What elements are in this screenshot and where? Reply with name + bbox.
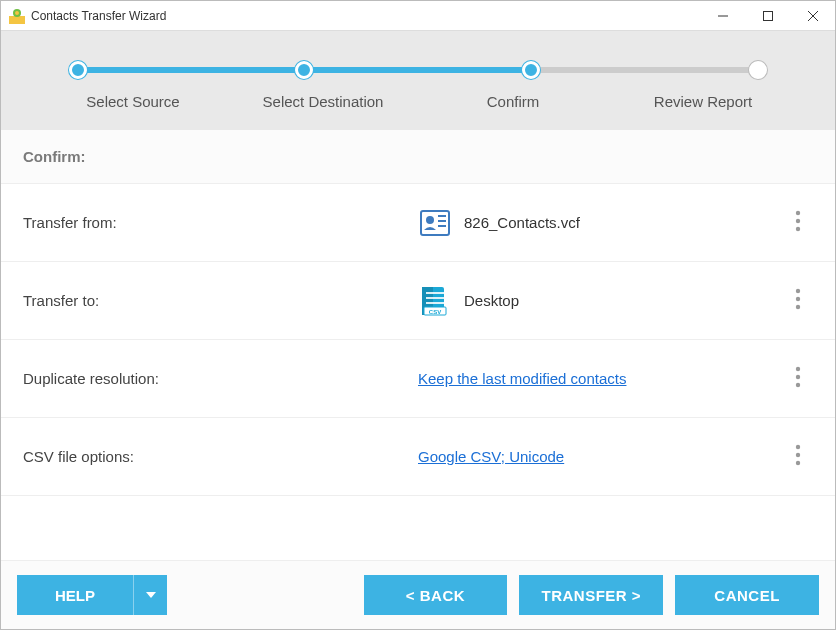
vcf-contact-icon	[418, 206, 452, 240]
svg-rect-0	[9, 16, 25, 24]
app-icon	[9, 8, 25, 24]
label-transfer-from: Transfer from:	[23, 214, 418, 231]
step-label-report: Review Report	[608, 93, 798, 110]
label-transfer-to: Transfer to:	[23, 292, 418, 309]
svg-point-13	[796, 219, 800, 223]
row-transfer-to: Transfer to: CSV Desktop	[1, 262, 835, 340]
svg-point-28	[796, 445, 800, 449]
value-transfer-to: Desktop	[464, 292, 519, 309]
svg-point-8	[426, 216, 434, 224]
row-csv-options: CSV file options: Google CSV; Unicode	[1, 418, 835, 496]
help-dropdown-button[interactable]	[133, 575, 167, 615]
cancel-button[interactable]: CANCEL	[675, 575, 819, 615]
label-duplicate-resolution: Duplicate resolution:	[23, 370, 418, 387]
svg-point-29	[796, 453, 800, 457]
svg-point-26	[796, 375, 800, 379]
svg-point-24	[796, 305, 800, 309]
svg-rect-7	[421, 211, 449, 235]
titlebar: Contacts Transfer Wizard	[1, 1, 835, 31]
section-header: Confirm:	[1, 130, 835, 184]
chevron-down-icon	[146, 592, 156, 598]
more-icon[interactable]	[795, 288, 801, 313]
label-csv-options: CSV file options:	[23, 448, 418, 465]
step-dot-destination	[295, 61, 313, 79]
step-label-confirm: Confirm	[418, 93, 608, 110]
stepper-track	[78, 61, 758, 79]
footer: HELP < BACK TRANSFER > CANCEL	[1, 560, 835, 629]
csv-file-icon: CSV	[418, 284, 452, 318]
svg-point-14	[796, 227, 800, 231]
svg-text:CSV: CSV	[429, 309, 441, 315]
svg-point-2	[15, 11, 19, 15]
help-button[interactable]: HELP	[17, 575, 133, 615]
svg-point-30	[796, 461, 800, 465]
more-icon[interactable]	[795, 366, 801, 391]
step-dot-confirm	[522, 61, 540, 79]
row-transfer-from: Transfer from: 826_Contacts.vcf	[1, 184, 835, 262]
value-transfer-from: 826_Contacts.vcf	[464, 214, 580, 231]
step-dot-report	[749, 61, 767, 79]
window-title: Contacts Transfer Wizard	[31, 9, 700, 23]
svg-rect-17	[426, 292, 444, 294]
maximize-button[interactable]	[745, 1, 790, 30]
link-csv-options[interactable]: Google CSV; Unicode	[418, 448, 564, 465]
more-icon[interactable]	[795, 444, 801, 469]
link-duplicate-resolution[interactable]: Keep the last modified contacts	[418, 370, 626, 387]
step-dot-source	[69, 61, 87, 79]
window-controls	[700, 1, 835, 30]
close-button[interactable]	[790, 1, 835, 30]
svg-point-23	[796, 297, 800, 301]
minimize-button[interactable]	[700, 1, 745, 30]
transfer-button[interactable]: TRANSFER >	[519, 575, 663, 615]
stepper-section: Select Source Select Destination Confirm…	[1, 31, 835, 130]
more-icon[interactable]	[795, 210, 801, 235]
svg-rect-19	[426, 302, 444, 304]
step-label-source: Select Source	[38, 93, 228, 110]
svg-rect-18	[426, 297, 444, 299]
row-duplicate-resolution: Duplicate resolution: Keep the last modi…	[1, 340, 835, 418]
help-button-split: HELP	[17, 575, 167, 615]
svg-rect-4	[763, 11, 772, 20]
svg-point-27	[796, 383, 800, 387]
svg-point-22	[796, 289, 800, 293]
step-label-destination: Select Destination	[228, 93, 418, 110]
back-button[interactable]: < BACK	[364, 575, 508, 615]
stepper-labels: Select Source Select Destination Confirm…	[38, 93, 798, 110]
svg-point-12	[796, 211, 800, 215]
svg-point-25	[796, 367, 800, 371]
